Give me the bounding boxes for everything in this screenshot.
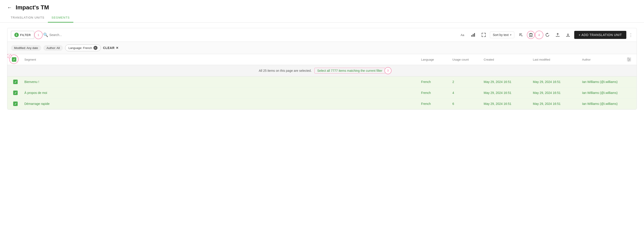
sort-dropdown[interactable]: Sort by text ▾	[490, 32, 514, 38]
created-header: Created	[481, 54, 530, 65]
row-checkbox-1[interactable]: ✓	[9, 76, 22, 87]
row-2-created: May 29, 2024 16:51	[481, 88, 530, 98]
row-2-usage-count: 4	[450, 88, 481, 98]
toolbar: 1 FILTER 1 🔍 Aa	[7, 28, 637, 42]
svg-rect-12	[628, 60, 629, 62]
row-3-language: French	[418, 99, 450, 109]
row-2-language: French	[418, 88, 450, 98]
language-chip[interactable]: Language: French ✕	[65, 44, 101, 51]
callout-1: 1	[34, 31, 43, 39]
download-icon[interactable]	[564, 31, 572, 39]
more-options-icon[interactable]: ⋮	[628, 32, 633, 38]
author-chip[interactable]: Author: All	[44, 45, 63, 51]
svg-rect-1	[471, 35, 472, 37]
row-3-checkbox[interactable]: ✓	[13, 102, 18, 106]
select-all-header[interactable]: ✓ 2	[9, 54, 22, 65]
clear-button[interactable]: CLEAR ✕	[103, 46, 118, 50]
table-row: ✓ À propos de moi French 4 May 29, 2024 …	[8, 88, 636, 98]
row-2-last-modified: May 29, 2024 16:51	[530, 88, 580, 98]
search-input[interactable]	[50, 33, 249, 37]
clear-label: CLEAR	[103, 46, 115, 50]
author-header: Author	[580, 54, 624, 65]
row-1-segment: Bienvenu !	[22, 77, 418, 87]
callout-3: 3	[384, 67, 392, 74]
expand-icon[interactable]	[480, 31, 488, 39]
modified-date-chip[interactable]: Modified: Any date	[11, 45, 41, 51]
row-1-last-modified: May 29, 2024 16:51	[530, 77, 580, 87]
last-modified-header: Last modified	[530, 54, 580, 65]
sort-direction-icon[interactable]	[516, 31, 524, 39]
row-3-created: May 29, 2024 16:51	[481, 99, 530, 109]
search-box: 🔍	[43, 32, 249, 37]
clear-icon: ✕	[116, 46, 119, 50]
segment-header: Segment	[22, 54, 418, 65]
usage-count-header: Usage count	[450, 54, 481, 65]
tab-bar: TRANSLATION UNITS SEGMENTS	[0, 13, 644, 22]
row-2-checkbox[interactable]: ✓	[13, 90, 18, 95]
filter-button[interactable]: 1 FILTER	[11, 31, 34, 39]
callout-4: 4	[535, 31, 544, 39]
table-row: ✓ Bienvenu ! French 2 May 29, 2024 16:51…	[8, 76, 636, 88]
chevron-down-icon: ▾	[510, 33, 512, 36]
select-all-banner: All 25 items on this page are selected. …	[8, 65, 636, 76]
svg-rect-2	[473, 34, 474, 37]
tab-segments[interactable]: SEGMENTS	[48, 13, 73, 22]
filter-count-badge: 1	[14, 33, 19, 37]
add-translation-unit-button[interactable]: + ADD TRANSLATION UNIT	[574, 31, 626, 39]
page-title: Impact's TM	[16, 4, 49, 11]
svg-rect-8	[627, 59, 631, 60]
select-all-filter-button[interactable]: Select all 7777 items matching the curre…	[314, 68, 385, 74]
upload-icon[interactable]	[554, 31, 562, 39]
row-3-segment: Démarrage rapide	[22, 99, 418, 109]
main-content: 1 FILTER 1 🔍 Aa	[0, 22, 644, 115]
tab-translation-units[interactable]: TRANSLATION UNITS	[7, 13, 48, 22]
row-3-last-modified: May 29, 2024 16:51	[530, 99, 580, 109]
svg-rect-7	[627, 58, 631, 58]
svg-rect-11	[629, 59, 630, 60]
row-1-created: May 29, 2024 16:51	[481, 77, 530, 87]
row-1-more[interactable]	[624, 79, 635, 85]
row-2-segment: À propos de moi	[22, 88, 418, 98]
select-all-checkbox[interactable]: ✓	[12, 57, 16, 62]
row-3-author: Ian Williams (@i.williams)	[580, 99, 624, 109]
back-button[interactable]: ←	[7, 5, 12, 10]
select-all-filter-label: Select all 7777 items matching the curre…	[317, 69, 382, 72]
row-1-language: French	[418, 77, 450, 87]
language-header: Language	[418, 54, 450, 65]
table-row: ✓ Démarrage rapide French 6 May 29, 2024…	[8, 98, 636, 109]
svg-rect-3	[474, 33, 475, 37]
row-1-author: Ian Williams (@i.williams)	[580, 77, 624, 87]
select-all-info: All 25 items on this page are selected.	[259, 69, 312, 72]
refresh-icon[interactable]	[544, 31, 552, 39]
svg-rect-10	[628, 58, 628, 59]
row-3-usage-count: 6	[450, 99, 481, 109]
filter-chips-row: Modified: Any date Author: All Language:…	[7, 42, 637, 54]
table-header-row: ✓ 2 Segment Language Usage count Created…	[8, 54, 636, 65]
language-chip-close[interactable]: ✕	[94, 46, 98, 50]
row-checkbox-3[interactable]: ✓	[9, 98, 22, 109]
bar-chart-icon[interactable]	[469, 31, 478, 39]
row-checkbox-2[interactable]: ✓	[9, 88, 22, 98]
row-1-checkbox[interactable]: ✓	[13, 80, 18, 84]
row-2-more[interactable]	[624, 90, 635, 96]
row-1-usage-count: 2	[450, 77, 481, 87]
page-header: ← Impact's TM	[0, 0, 644, 11]
row-3-more[interactable]	[624, 100, 635, 107]
check-mark: ✓	[13, 58, 16, 61]
columns-settings-header[interactable]	[624, 54, 635, 65]
row-2-author: Ian Williams (@i.williams)	[580, 88, 624, 98]
language-chip-label: Language: French	[68, 46, 92, 50]
font-size-icon[interactable]: Aa	[459, 31, 467, 39]
filter-label: FILTER	[20, 33, 31, 37]
data-table: ✓ 2 Segment Language Usage count Created…	[7, 54, 637, 110]
search-icon: 🔍	[43, 32, 48, 37]
callout-2-label: 2	[7, 54, 12, 58]
svg-text:Aa: Aa	[461, 33, 464, 37]
delete-button[interactable]	[527, 31, 535, 39]
sort-label: Sort by text	[493, 33, 509, 37]
